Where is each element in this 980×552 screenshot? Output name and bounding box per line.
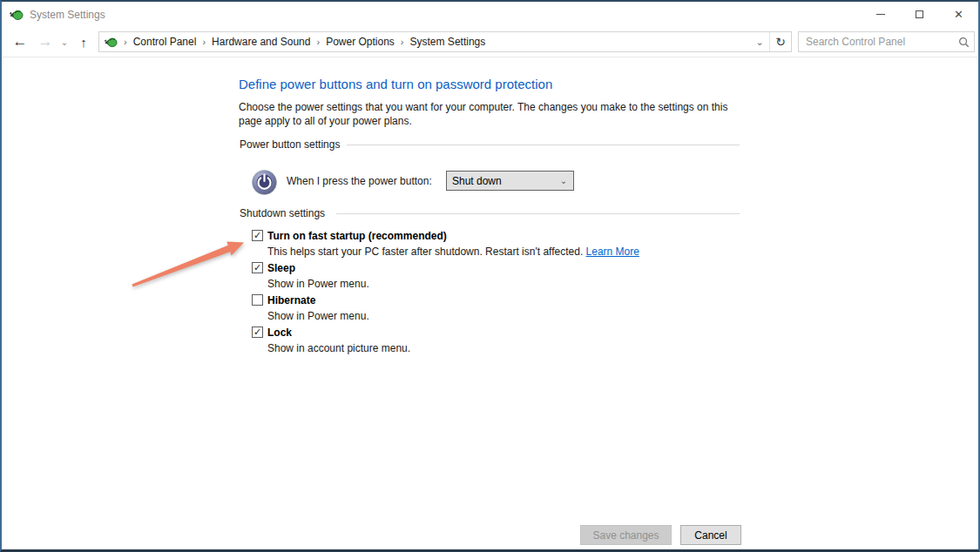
back-button[interactable]: ← <box>9 33 31 50</box>
breadcrumb-chevron-icon: › <box>395 37 410 47</box>
hibernate-label[interactable]: Hibernate <box>267 294 315 306</box>
breadcrumb-control-panel[interactable]: Control Panel <box>133 36 197 48</box>
address-dropdown-button[interactable]: ⌄ <box>750 32 769 51</box>
lock-description: Show in account picture menu. <box>267 342 410 354</box>
chevron-down-icon: ⌄ <box>61 37 68 47</box>
breadcrumb-chevron-icon: › <box>310 37 326 47</box>
lock-label[interactable]: Lock <box>267 326 292 339</box>
minimize-button[interactable] <box>861 2 900 27</box>
sleep-description: Show in Power menu. <box>267 278 369 290</box>
breadcrumb-power-options[interactable]: Power Options <box>326 36 395 48</box>
address-bar[interactable]: › Control Panel › Hardware and Sound › P… <box>98 31 792 52</box>
search-box <box>798 31 975 52</box>
breadcrumb-system-settings[interactable]: System Settings <box>410 36 486 48</box>
sleep-label[interactable]: Sleep <box>267 262 295 274</box>
power-button-label: When I press the power button: <box>287 175 432 187</box>
search-input[interactable] <box>799 36 953 48</box>
chevron-down-icon: ⌄ <box>755 37 763 48</box>
chevron-down-icon: ⌄ <box>554 176 573 185</box>
annotation-arrow <box>122 231 254 297</box>
cancel-button[interactable]: Cancel <box>680 525 741 545</box>
forward-button[interactable]: → <box>34 33 57 50</box>
system-settings-window: System Settings ✕ ← → ⌄ ↑ › Control Pan <box>0 0 980 552</box>
close-button[interactable]: ✕ <box>939 2 978 27</box>
up-button[interactable]: ↑ <box>74 35 93 50</box>
power-options-icon <box>104 35 118 49</box>
refresh-button[interactable]: ↻ <box>769 32 791 51</box>
maximize-icon <box>916 10 923 18</box>
window-title: System Settings <box>30 9 105 21</box>
page-title: Define power buttons and turn on passwor… <box>239 77 552 91</box>
forward-icon: → <box>38 33 53 50</box>
hibernate-description: Show in Power menu. <box>267 310 369 322</box>
fast-startup-description: This helps start your PC faster after sh… <box>267 246 639 258</box>
hibernate-checkbox[interactable] <box>252 294 263 306</box>
refresh-icon: ↻ <box>775 35 786 49</box>
titlebar: System Settings ✕ <box>2 2 978 27</box>
page-description: Choose the power settings that you want … <box>239 100 733 128</box>
breadcrumb-chevron-icon: › <box>118 37 133 47</box>
power-options-app-icon <box>9 7 24 22</box>
sleep-checkbox[interactable]: ✓ <box>252 262 263 273</box>
fast-startup-description-text: This helps start your PC faster after sh… <box>267 246 583 258</box>
lock-checkbox[interactable]: ✓ <box>252 326 263 338</box>
learn-more-link[interactable]: Learn More <box>586 246 639 258</box>
shutdown-settings-header: Shutdown settings <box>240 207 325 219</box>
up-icon: ↑ <box>80 35 87 50</box>
group-divider <box>347 145 740 145</box>
back-icon: ← <box>13 33 28 50</box>
fast-startup-checkbox[interactable]: ✓ <box>252 230 263 241</box>
window-controls: ✕ <box>861 2 978 27</box>
dropdown-selected-value: Shut down <box>447 175 554 187</box>
maximize-button[interactable] <box>900 2 939 27</box>
search-icon[interactable] <box>953 37 974 48</box>
fast-startup-label[interactable]: Turn on fast startup (recommended) <box>267 230 447 242</box>
close-icon: ✕ <box>954 9 963 20</box>
group-divider <box>336 213 740 214</box>
minimize-icon <box>876 14 885 15</box>
recent-pages-button[interactable]: ⌄ <box>58 37 71 47</box>
power-button-icon <box>251 169 278 196</box>
power-action-dropdown[interactable]: Shut down ⌄ <box>446 171 574 191</box>
navigation-bar: ← → ⌄ ↑ › Control Panel › Hardware and S… <box>2 27 978 57</box>
breadcrumb-chevron-icon: › <box>196 37 212 47</box>
breadcrumb-hardware-and-sound[interactable]: Hardware and Sound <box>212 36 310 48</box>
power-button-settings-header: Power button settings <box>240 138 340 151</box>
page-content: Define power buttons and turn on passwor… <box>2 58 978 549</box>
save-changes-button[interactable]: Save changes <box>580 525 672 545</box>
